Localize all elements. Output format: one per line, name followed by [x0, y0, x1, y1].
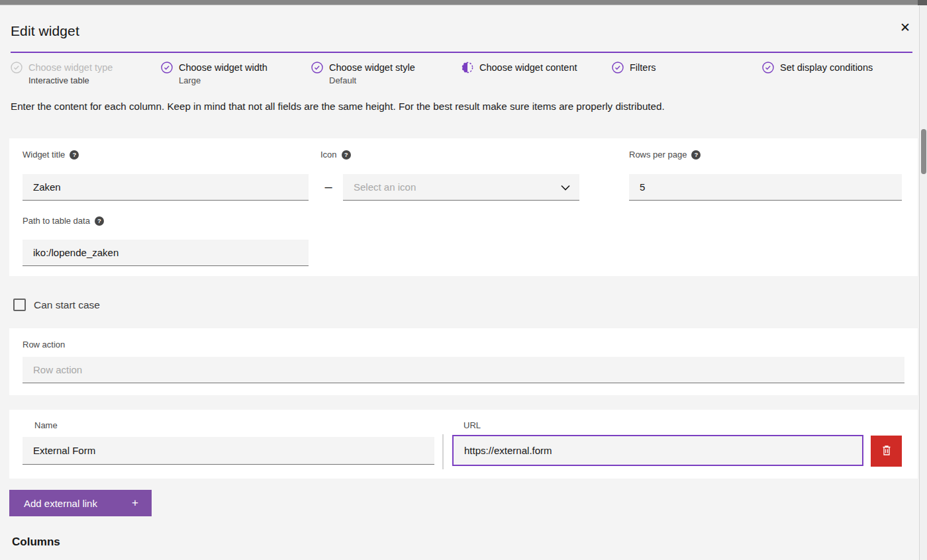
add-external-link-label: Add external link	[24, 498, 97, 509]
modal-scrollbar[interactable]	[919, 6, 927, 560]
external-link-url-field	[452, 435, 863, 466]
step-sublabel: Default	[329, 74, 415, 87]
close-icon[interactable]: ✕	[897, 19, 914, 36]
add-external-link-button[interactable]: Add external link +	[9, 490, 152, 516]
step-choose-widget-style[interactable]: Choose widget style Default	[311, 61, 462, 87]
step-choose-widget-type[interactable]: Choose widget type Interactive table	[11, 61, 161, 87]
widget-settings-card: Widget title ? Icon ? Rows per page ? – …	[9, 138, 918, 276]
plus-icon: +	[132, 496, 138, 510]
minus-separator: –	[320, 179, 336, 195]
icon-select[interactable]: Select an icon	[343, 174, 579, 201]
columns-heading: Columns	[12, 536, 60, 549]
progress-stepper: Choose widget type Interactive table Cho…	[11, 61, 916, 87]
rows-per-page-input[interactable]	[629, 174, 902, 201]
step-label: Choose widget style	[329, 61, 415, 74]
external-link-name-label: Name	[34, 420, 58, 430]
can-start-case-row: Can start case	[13, 299, 100, 311]
step-complete-icon	[311, 62, 323, 76]
trash-icon	[881, 444, 892, 458]
edit-widget-modal-screen: Edit widget ✕ Choose widget type Interac…	[0, 0, 927, 560]
step-label: Filters	[630, 61, 656, 74]
help-icon[interactable]: ?	[95, 216, 104, 226]
widget-title-input[interactable]	[23, 174, 309, 201]
path-to-table-data-input[interactable]	[23, 240, 309, 266]
help-icon[interactable]: ?	[70, 150, 79, 160]
step-sublabel: Large	[179, 74, 268, 87]
edit-widget-modal: Edit widget ✕ Choose widget type Interac…	[0, 6, 927, 560]
chevron-down-icon	[561, 181, 570, 193]
step-choose-widget-content[interactable]: Choose widget content	[462, 61, 612, 87]
step-complete-icon	[612, 62, 624, 76]
can-start-case-label: Can start case	[34, 299, 100, 311]
external-link-url-input[interactable]	[454, 436, 862, 465]
external-link-url-label: URL	[464, 420, 481, 430]
help-icon[interactable]: ?	[342, 150, 351, 160]
step-choose-widget-width[interactable]: Choose widget width Large	[161, 61, 311, 87]
step-complete-icon	[762, 62, 774, 76]
can-start-case-checkbox[interactable]	[13, 299, 26, 311]
row-action-input[interactable]	[23, 357, 904, 383]
background-page-strip	[0, 0, 927, 5]
step-sublabel: Interactive table	[28, 74, 113, 87]
step-description: Enter the content for each column. Keep …	[11, 101, 898, 112]
step-label: Choose widget type	[28, 61, 113, 74]
name-url-divider	[442, 434, 444, 469]
step-current-icon	[462, 62, 473, 76]
external-link-card: Name URL	[9, 410, 918, 479]
step-complete-icon	[161, 62, 173, 76]
delete-external-link-button[interactable]	[871, 436, 902, 467]
external-link-name-input[interactable]	[23, 437, 434, 465]
step-filters[interactable]: Filters	[612, 61, 762, 87]
step-complete-icon	[11, 62, 23, 76]
modal-title: Edit widget	[11, 23, 79, 39]
rows-per-page-label: Rows per page ?	[629, 150, 701, 160]
scrollbar-thumb[interactable]	[921, 129, 926, 174]
widget-title-label: Widget title ?	[23, 150, 79, 160]
row-action-card: Row action	[9, 328, 918, 395]
icon-select-placeholder: Select an icon	[354, 181, 416, 193]
row-action-label: Row action	[23, 340, 65, 350]
step-label: Set display conditions	[780, 61, 873, 74]
header-divider	[11, 52, 912, 53]
icon-label: Icon ?	[320, 150, 351, 160]
help-icon[interactable]: ?	[691, 150, 701, 160]
background-page-scrollbar-corner	[918, 0, 927, 5]
step-label: Choose widget width	[179, 61, 268, 74]
step-set-display-conditions[interactable]: Set display conditions	[762, 61, 912, 87]
step-label: Choose widget content	[479, 61, 577, 74]
path-to-table-data-label: Path to table data ?	[23, 216, 104, 226]
